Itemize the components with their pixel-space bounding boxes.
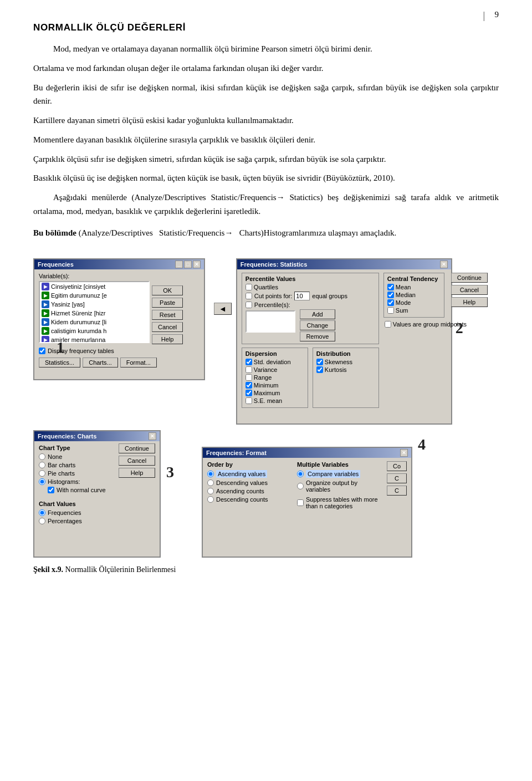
variance-label: Variance [254,366,278,373]
desc-counts-row: Descending counts [207,496,290,503]
sum-label: Sum [396,307,408,314]
charts-close-btn[interactable]: ✕ [149,432,156,440]
percentile-label: Percentile(s): [254,302,290,308]
charts-help-btn[interactable]: Help [119,468,155,478]
charts-button[interactable]: Charts... [83,358,118,367]
cancel-button[interactable]: Cancel [152,322,183,332]
charts-title-btns[interactable]: ✕ [149,432,156,440]
stats-top-row: Percentile Values Quartiles Cut points f… [242,273,447,408]
item-icon-1: ▶ [42,283,49,290]
compare-vars-row: Compare variables [297,470,380,478]
stats-titlebar-buttons[interactable]: ✕ [440,261,448,268]
mode-row: Mode [387,299,441,306]
asc-counts-label: Ascending counts [216,488,264,494]
statistics-button[interactable]: Statistics... [39,358,80,367]
se-mean-checkbox[interactable] [245,397,252,404]
freq-listbox[interactable]: ▶ Cinsiyetiniz [cinsiyet ▶ Egitim durumu… [39,281,150,343]
asc-counts-row: Ascending counts [207,488,290,494]
minimize-btn[interactable]: _ [175,261,183,268]
freq-var-label: Variable(s): [39,273,200,279]
chart-none-radio[interactable] [39,453,45,460]
item-icon-2: ▶ [42,292,49,299]
close-btn[interactable]: ✕ [193,261,201,268]
group-midpoints-checkbox[interactable] [385,321,391,328]
percentile-checkbox[interactable] [245,302,252,308]
remove-button[interactable]: Remove [300,331,335,341]
cut-points-input[interactable] [294,292,310,300]
desc-counts-label: Descending counts [216,496,268,503]
chart-pie-radio[interactable] [39,470,45,477]
quartiles-checkbox[interactable] [245,284,252,290]
desc-values-row: Descending values [207,479,290,486]
range-label: Range [254,374,272,381]
frequencies-window: Frequencies _ □ ✕ Variable(s): ▶ Cinsiye… [33,258,205,380]
paste-button[interactable]: Paste [152,298,183,308]
normal-curve-checkbox[interactable] [48,487,54,493]
range-checkbox[interactable] [245,374,252,381]
percentile-list-area: Add Change Remove [245,309,375,341]
format-title-btns[interactable]: ✕ [400,449,408,457]
stats-close-btn[interactable]: ✕ [440,261,448,268]
help-button-stats[interactable]: Help [451,297,488,307]
chart-hist-label: Histograms: [48,478,80,485]
compare-vars-radio[interactable] [297,471,304,477]
format-close-btn[interactable]: ✕ [400,449,408,457]
kurtosis-checkbox[interactable] [316,366,323,373]
asc-counts-radio[interactable] [207,488,214,494]
mode-checkbox[interactable] [387,299,394,306]
sum-checkbox[interactable] [387,307,394,314]
chart-pct-radio[interactable] [39,518,45,524]
minimum-checkbox[interactable] [245,382,252,389]
format-c-btn[interactable]: C [387,473,407,483]
cancel-button-stats[interactable]: Cancel [451,285,488,295]
desc-counts-radio[interactable] [207,496,214,503]
dispersion-title: Dispersion [245,350,304,357]
p8-text: Aşağıdaki menülerde (Analyze/Descriptive… [33,193,499,216]
maximum-checkbox[interactable] [245,390,252,396]
item-text-2: Egitim durumunuz [e [51,292,107,299]
asc-values-radio[interactable] [207,471,214,477]
help-button[interactable]: Help [152,334,183,344]
caption-normal: Normallik Ölçülerinin Belirlenmesi [65,565,176,574]
charts-continue-btn[interactable]: Continue [119,443,155,453]
equal-groups-label: equal groups [312,293,347,299]
format-c2-btn[interactable]: C [387,486,407,496]
continue-button[interactable]: Continue [451,273,488,283]
central-buttons-row: Central Tendency Mean Median [383,273,488,318]
variance-checkbox[interactable] [245,366,252,373]
titlebar-buttons[interactable]: _ □ ✕ [175,261,201,268]
std-dev-checkbox[interactable] [245,359,252,365]
item-text-5: Kidem durumunuz [li [51,319,106,325]
format-button[interactable]: Format... [120,358,157,367]
charts-cancel-btn[interactable]: Cancel [119,456,155,466]
variance-row: Variance [245,366,304,373]
organize-output-radio[interactable] [297,483,304,489]
list-item: ▶ Kidem durumunuz [li [40,318,149,326]
chart-hist-radio[interactable] [39,478,45,485]
median-row: Median [387,292,441,298]
add-button[interactable]: Add [300,309,335,319]
percentile-listbox[interactable] [245,310,295,333]
median-checkbox[interactable] [387,292,394,298]
multiple-variables-col: Multiple Variables Compare variables Org… [297,461,380,511]
paragraph-4: Kartillere dayanan simetri ölçüsü eskisi… [33,114,499,127]
chart-bar-radio[interactable] [39,462,45,468]
change-button[interactable]: Change [300,320,335,330]
suppress-checkbox[interactable] [297,499,304,506]
mean-checkbox[interactable] [387,284,394,290]
bold-section-path: (Analyze/Descriptives Statistic/Frequenc… [79,228,397,237]
percentile-row: Percentile(s): [245,302,375,308]
stats-title: Frequencies: Statistics [241,261,307,268]
format-co-btn[interactable]: Co [387,461,407,471]
nav-arrow-button[interactable]: ◄ [214,303,232,315]
reset-button[interactable]: Reset [152,310,183,320]
maximize-btn[interactable]: □ [184,261,192,268]
cut-points-checkbox[interactable] [245,293,252,299]
skewness-checkbox[interactable] [316,359,323,365]
display-freq-tables-checkbox[interactable] [39,348,45,354]
ok-button[interactable]: OK [152,285,183,295]
bold-section-intro: Bu bölümde [33,228,76,237]
item-icon-5: ▶ [42,318,49,326]
desc-values-radio[interactable] [207,479,214,486]
chart-freq-radio[interactable] [39,509,45,516]
